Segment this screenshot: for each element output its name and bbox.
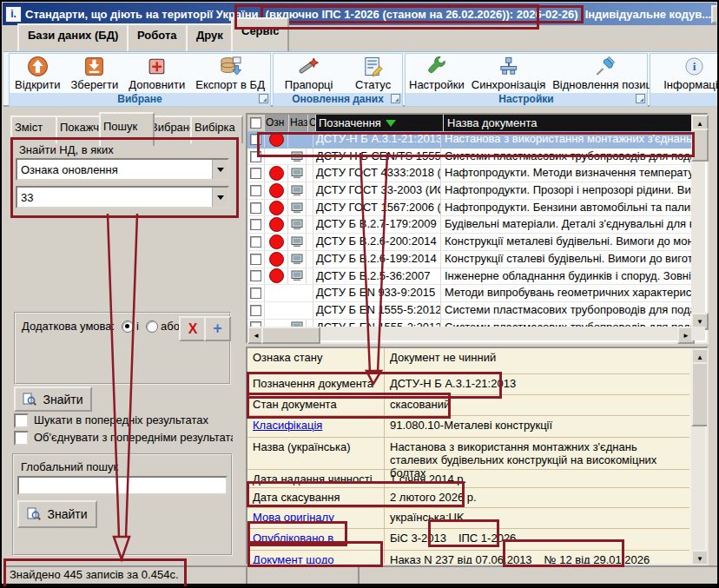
dialog-launcher-icon[interactable] [259, 94, 268, 103]
row-checkbox[interactable] [247, 200, 265, 216]
column-header-flag[interactable]: Озн [265, 115, 289, 131]
search-field-combobox[interactable]: Ознака оновлення [16, 158, 229, 181]
table-row[interactable]: ДСТУ ГОСТ 33-2003 (ИССНафтопродукти. Про… [247, 182, 691, 200]
export-db-button[interactable]: Експорт в БД [192, 55, 268, 92]
row-checkbox[interactable] [247, 302, 265, 319]
table-row[interactable]: ДСТУ-Н Б CEN/TS 1555-7Системи пластмасов… [247, 149, 691, 166]
add-condition-button[interactable]: + [204, 316, 231, 341]
column-header-name[interactable]: Назва документа [444, 115, 691, 131]
detail-label[interactable]: Документ щодо чинності [247, 551, 385, 565]
condition-group-title: Додаткова умова: [22, 320, 115, 333]
sidebar-tab-selection[interactable]: Вибірка [190, 116, 243, 143]
dropdown-button[interactable] [212, 160, 228, 179]
status-doc-icon [362, 56, 384, 77]
tab-work[interactable]: Робота [127, 23, 188, 51]
table-row[interactable]: ДСТУ ГОСТ 4333:2018 (ГОНафтопродукти. Ме… [247, 165, 691, 182]
table-row[interactable]: ДСТУ Б В.2.6-200:2014Конструкції металев… [247, 234, 691, 251]
detail-value: 91.080.10-Металеві конструкції [385, 416, 689, 437]
detail-value: ДСТУ-Н Б А.3.1-21:2013 [385, 374, 689, 394]
global-search-group: Глобальний пошук Знайти [12, 453, 233, 556]
row-checkbox[interactable] [247, 234, 265, 250]
scroll-down-button[interactable]: ▼ [691, 550, 709, 565]
dialog-launcher-icon[interactable] [391, 94, 400, 103]
table-row[interactable]: ДСТУ Б EN 933-9:2015Методи випробувань г… [247, 285, 691, 302]
synchronization-button[interactable]: Синхронізація [468, 55, 549, 92]
detail-label[interactable]: Опубліковано в [247, 529, 385, 550]
table-row[interactable]: ДСТУ Б В.2.7-179:2009Будівельні матеріал… [247, 216, 691, 234]
flags-button[interactable]: Прапорці [281, 55, 337, 92]
restore-position-button[interactable]: Відновлення позиції [549, 55, 661, 92]
chevron-down-icon [217, 195, 224, 200]
extra-cell [307, 234, 313, 250]
detail-label[interactable]: Класифікація [247, 416, 385, 437]
additional-condition-group: Додаткова умова: і або X + [14, 312, 231, 385]
title-bar[interactable]: i. Стандарти, що діють на території Укра… [3, 3, 716, 25]
computer-icon [288, 200, 307, 216]
minimize-button[interactable]: _ [711, 5, 716, 23]
detail-row: Мова оригіналуукраїнська:UK [247, 508, 689, 529]
table-row[interactable]: ДСТУ ГОСТ 1567:2006 (ИНафтопродукти. Бен… [247, 200, 691, 217]
tab-databases[interactable]: Бази даних (БД) [17, 23, 129, 51]
table-row[interactable]: ДСТУ Б В.2.5-36:2007Інженерне обладнання… [247, 268, 691, 286]
table-row[interactable]: ДСТУ Б EN 1555-5:2012Системи пластмасови… [247, 302, 691, 320]
scrollbar-thumb[interactable] [691, 362, 709, 426]
dropdown-button[interactable] [212, 188, 228, 207]
window-title-tail: Індивідуальне кодув... [585, 8, 712, 21]
status-button[interactable]: Статус [352, 55, 394, 92]
row-checkbox[interactable] [247, 268, 265, 285]
row-checkbox[interactable] [247, 149, 265, 165]
checkbox-icon [14, 413, 29, 428]
extra-cell [307, 131, 313, 148]
column-header-extra[interactable]: С [308, 115, 316, 131]
dialog-launcher-icon[interactable] [636, 94, 645, 103]
global-find-button[interactable]: Знайти [17, 500, 97, 528]
tab-service[interactable]: Сервіс [231, 17, 289, 51]
table-row[interactable]: ДСТУ-Н Б А.3.1-21:2013Настанова з викори… [247, 131, 691, 149]
computer-icon [288, 251, 307, 268]
merge-previous-checkbox[interactable]: Об'єднувати з попередніми результатами [14, 431, 233, 446]
append-button[interactable]: Доповнити [125, 55, 188, 92]
global-search-input[interactable] [17, 476, 228, 495]
information-button[interactable]: i Інформація [660, 55, 719, 92]
extra-cell [307, 165, 313, 182]
detail-row: Стан документаскасований [247, 395, 689, 416]
row-checkbox[interactable] [247, 131, 265, 148]
scrollbar-thumb[interactable] [691, 129, 709, 162]
row-checkbox[interactable] [247, 285, 265, 301]
radio-and-label: і [136, 320, 139, 333]
radio-and[interactable] [122, 320, 134, 333]
table-header[interactable]: Озн Наз С Позначення Назва документа [247, 115, 691, 131]
table-row[interactable]: ДСТУ Б В.2.6-199:2014Конструкції сталеві… [247, 251, 691, 268]
search-previous-checkbox[interactable]: Шукати в попередніх результатах [14, 413, 233, 428]
computer-icon [288, 268, 307, 285]
doc-code: ДСТУ-Н Б А.3.1-21:2013 [313, 131, 441, 148]
column-header-pc[interactable]: Наз [289, 115, 308, 131]
doc-code: ДСТУ ГОСТ 4333:2018 (ГО [313, 165, 441, 182]
export-db-icon [220, 56, 241, 77]
scrollbar-thumb[interactable] [261, 327, 320, 344]
column-header-code[interactable]: Позначення [316, 115, 444, 131]
app-icon: i. [5, 6, 22, 23]
doc-name: Настанова з використання монтажних з'єдн… [441, 131, 691, 148]
row-checkbox[interactable] [247, 251, 265, 268]
computer-icon [288, 165, 307, 182]
row-checkbox[interactable] [247, 216, 265, 233]
doc-code: ДСТУ Б EN 933-9:2015 [313, 285, 441, 301]
open-button[interactable]: Відкрити [11, 55, 64, 92]
application-window: i. Стандарти, що діють на території Укра… [0, 0, 719, 588]
radio-or[interactable] [146, 320, 158, 333]
doc-name: Конструкції металеві будівельні. Вимоги … [441, 234, 691, 250]
tab-print[interactable]: Друк [186, 23, 234, 51]
detail-label[interactable]: Мова оригіналу [247, 508, 385, 528]
save-button[interactable]: Зберегти [68, 55, 122, 92]
row-checkbox[interactable] [247, 165, 265, 182]
find-button[interactable]: Знайти [14, 386, 92, 412]
delete-condition-button[interactable]: X [179, 316, 207, 341]
doc-name: Системи пластмасових трубопроводів для п… [441, 149, 691, 165]
row-checkbox[interactable] [247, 182, 265, 199]
search-value-combobox[interactable]: 33 [16, 186, 229, 208]
select-all-checkbox[interactable] [247, 115, 265, 131]
sidebar-tab-search[interactable]: Пошук [99, 112, 155, 146]
computer-icon [288, 182, 307, 199]
settings-button[interactable]: Настройки [406, 55, 468, 92]
